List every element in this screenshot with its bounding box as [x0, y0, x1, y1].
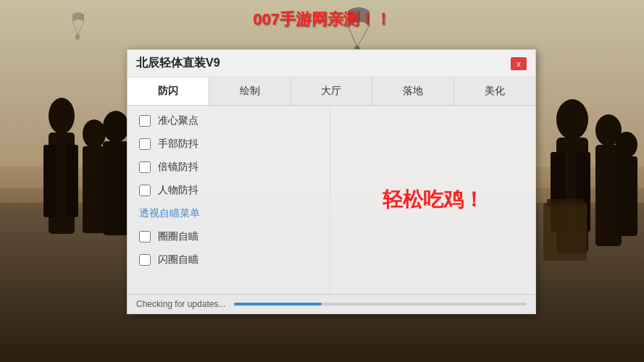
checkbox-circle-input[interactable] [139, 231, 151, 243]
svg-rect-9 [83, 146, 106, 233]
checkbox-aim[interactable]: 准心聚点 [139, 114, 318, 127]
dialog-content: 准心聚点 手部防抖 倍镜防抖 人物防抖 透视自瞄菜单 圈圈自 [127, 106, 535, 294]
svg-point-16 [595, 114, 622, 146]
svg-rect-19 [616, 156, 637, 236]
tab-bar: 防闪 绘制 大厅 落地 美化 [127, 77, 535, 106]
svg-line-26 [72, 22, 78, 35]
checkbox-person-input[interactable] [139, 185, 151, 196]
svg-point-28 [75, 34, 80, 40]
svg-point-4 [49, 98, 75, 134]
checkbox-flash[interactable]: 闪圈自瞄 [139, 253, 318, 266]
dialog-close-button[interactable]: x [511, 57, 527, 70]
svg-rect-21 [547, 199, 583, 206]
svg-rect-6 [43, 145, 57, 217]
tab-beauty[interactable]: 美化 [454, 77, 535, 105]
checkbox-scope[interactable]: 倍镜防抖 [139, 161, 318, 174]
svg-point-8 [83, 119, 106, 148]
svg-rect-14 [551, 152, 565, 232]
checkbox-circle-label: 圈圈自瞄 [158, 230, 198, 243]
svg-rect-11 [103, 141, 129, 235]
svg-line-27 [78, 22, 84, 35]
promo-text: 轻松吃鸡！ [382, 186, 484, 214]
svg-rect-17 [595, 145, 622, 246]
svg-rect-5 [49, 132, 75, 234]
progress-bar-fill [234, 303, 322, 306]
svg-rect-20 [543, 203, 587, 261]
svg-point-10 [103, 111, 129, 143]
tab-render[interactable]: 绘制 [209, 77, 291, 105]
progress-bar-container [234, 303, 527, 306]
checkbox-hand-label: 手部防抖 [158, 138, 198, 151]
status-bar: Checking for updates... [127, 294, 535, 313]
checkbox-person[interactable]: 人物防抖 [139, 184, 318, 197]
dialog-title: 北辰轻体直装V9 [136, 56, 220, 71]
status-text: Checking for updates... [136, 299, 225, 309]
checkbox-aim-label: 准心聚点 [158, 114, 198, 127]
tab-land[interactable]: 落地 [372, 77, 454, 105]
checkbox-scope-input[interactable] [139, 161, 151, 173]
checkbox-hand[interactable]: 手部防抖 [139, 138, 318, 151]
svg-rect-13 [556, 138, 588, 253]
checkbox-scope-label: 倍镜防抖 [158, 161, 198, 174]
menu-link[interactable]: 透视自瞄菜单 [139, 207, 318, 220]
checkbox-hand-input[interactable] [139, 138, 151, 150]
right-panel: 轻松吃鸡！ [330, 106, 535, 294]
checkbox-person-label: 人物防抖 [158, 184, 198, 197]
dialog-window: 北辰轻体直装V9 x 防闪 绘制 大厅 落地 美化 准心聚点 手部防抖 [127, 49, 536, 314]
svg-point-12 [556, 99, 588, 140]
dialog-titlebar: 北辰轻体直装V9 x [127, 50, 535, 77]
checkbox-flash-label: 闪圈自瞄 [158, 253, 198, 266]
top-banner: 007手游网亲测！！ [253, 9, 391, 30]
svg-rect-15 [576, 152, 590, 232]
tab-anti-flash[interactable]: 防闪 [127, 77, 209, 105]
checkbox-circle[interactable]: 圈圈自瞄 [139, 230, 318, 243]
checkbox-aim-input[interactable] [139, 115, 151, 127]
svg-rect-7 [65, 145, 78, 217]
checkbox-flash-input[interactable] [139, 254, 151, 266]
left-panel: 准心聚点 手部防抖 倍镜防抖 人物防抖 透视自瞄菜单 圈圈自 [127, 106, 330, 294]
tab-lobby[interactable]: 大厅 [291, 77, 373, 105]
svg-point-18 [616, 132, 637, 158]
